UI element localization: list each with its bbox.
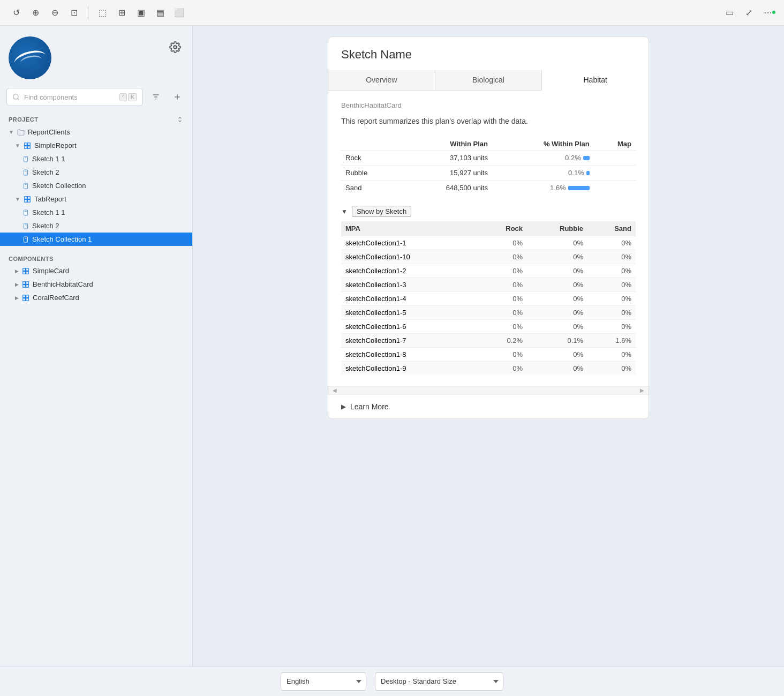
- row-within-plan: 37,103 units: [398, 151, 492, 166]
- sketch-table-row: sketchCollection1-7 0.2% 0.1% 1.6%: [341, 334, 636, 348]
- chevron-right-icon: ▶: [15, 282, 19, 287]
- scroll-right-icon[interactable]: ▶: [640, 387, 644, 393]
- toolbar-table-icon[interactable]: ▤: [153, 5, 168, 20]
- sidebar-item-simplecard[interactable]: ▶ SimpleCard: [0, 264, 192, 278]
- sketch-row-sand: 1.6%: [587, 334, 636, 348]
- panel-title: Sketch Name: [328, 37, 649, 70]
- toolbar-refresh-icon[interactable]: ↺: [9, 5, 24, 20]
- toolbar-zoom-in-icon[interactable]: ⊕: [28, 5, 43, 20]
- svg-rect-9: [27, 143, 30, 145]
- sidebar-item-label: ReportClients: [28, 128, 70, 136]
- sketch-row-rock: 0%: [479, 320, 527, 334]
- row-map: [594, 181, 636, 196]
- sketch-row-sand: 0%: [587, 306, 636, 320]
- section-sort-icon[interactable]: [176, 116, 184, 123]
- sidebar-item-sketch2-tr[interactable]: Sketch 2: [0, 219, 192, 233]
- sketch-row-rubble: 0%: [527, 278, 587, 292]
- toolbar-panel-icon[interactable]: ▭: [722, 5, 737, 20]
- svg-rect-28: [23, 268, 26, 271]
- sketch-row-rock: 0%: [479, 236, 527, 250]
- tab-biological[interactable]: Biological: [435, 70, 542, 90]
- col-map-header: Map: [594, 138, 636, 151]
- sketch-icon: [22, 155, 29, 163]
- shortcut-k: K: [128, 93, 137, 101]
- svg-rect-39: [26, 298, 29, 301]
- chevron-right-icon: ▶: [15, 268, 19, 274]
- sidebar-item-sketch11-tr[interactable]: Sketch 1 1: [0, 206, 192, 219]
- row-name: Rock: [341, 151, 398, 166]
- sidebar-item-label: Sketch 2: [32, 222, 59, 230]
- progress-bar: [583, 156, 590, 160]
- search-box[interactable]: Find components ^ K: [6, 88, 143, 106]
- add-button[interactable]: [169, 88, 186, 106]
- main-panel: Sketch Name Overview Biological Habitat …: [328, 36, 649, 419]
- svg-rect-26: [24, 237, 28, 242]
- toolbar-grid-icon[interactable]: ⊞: [114, 5, 129, 20]
- search-placeholder: Find components: [24, 93, 115, 101]
- sidebar-item-label: BenthicHabitatCard: [33, 280, 93, 288]
- sketch-table-row: sketchCollection1-9 0% 0% 0%: [341, 362, 636, 376]
- tab-overview[interactable]: Overview: [328, 70, 435, 90]
- toolbar-split-icon[interactable]: ⬜: [172, 5, 187, 20]
- sidebar-item-sketchcollection1-tr[interactable]: Sketch Collection 1: [0, 233, 192, 246]
- app-logo: [9, 36, 51, 79]
- tab-habitat[interactable]: Habitat: [542, 70, 649, 91]
- sketch-row-rubble: 0%: [527, 306, 587, 320]
- filter-button[interactable]: [147, 88, 164, 106]
- row-pct: 0.2%: [492, 151, 594, 166]
- sketch-row-mpa: sketchCollection1-6: [341, 320, 479, 334]
- sidebar-item-reportclients[interactable]: ▼ ReportClients: [0, 125, 192, 139]
- learn-more-label: Learn More: [350, 402, 389, 411]
- chevron-down-icon: ▼: [15, 143, 20, 148]
- sketch-row-rubble: 0.1%: [527, 334, 587, 348]
- project-label: PROJECT: [9, 116, 38, 123]
- sketch-table: MPA Rock Rubble Sand sketchCollection1-1…: [341, 221, 636, 375]
- table-row: Rock 37,103 units 0.2%: [341, 151, 636, 166]
- show-by-sketch-label[interactable]: Show by Sketch: [352, 206, 411, 217]
- toolbar-layout-icon[interactable]: ▣: [133, 5, 148, 20]
- svg-rect-32: [23, 281, 26, 284]
- sketch-row-mpa: sketchCollection1-4: [341, 292, 479, 306]
- sidebar-item-sketch11-sr[interactable]: Sketch 1 1: [0, 152, 192, 166]
- sidebar-item-label: Sketch Collection 1: [32, 235, 92, 243]
- sketch-row-rubble: 0%: [527, 250, 587, 264]
- svg-rect-22: [24, 210, 28, 215]
- sidebar-item-sketchcollection1-sr[interactable]: Sketch Collection: [0, 179, 192, 192]
- sketch-row-rubble: 0%: [527, 362, 587, 376]
- sidebar-item-label: CoralReefCard: [33, 294, 79, 302]
- sketch-row-sand: 0%: [587, 236, 636, 250]
- row-name: Sand: [341, 181, 398, 196]
- sidebar-item-tabreport[interactable]: ▼ TabReport: [0, 192, 192, 206]
- sketch-row-rubble: 0%: [527, 236, 587, 250]
- toolbar-expand-icon[interactable]: ⤢: [741, 5, 756, 20]
- sketch-row-mpa: sketchCollection1-7: [341, 334, 479, 348]
- sidebar-item-sketch2-sr[interactable]: Sketch 2: [0, 166, 192, 179]
- sketch-table-row: sketchCollection1-2 0% 0% 0%: [341, 264, 636, 278]
- toolbar-frame-icon[interactable]: ⬚: [95, 5, 110, 20]
- sidebar-item-label: SimpleCard: [33, 267, 69, 275]
- col-pct-header: % Within Plan: [492, 138, 594, 151]
- sketch-icon: [22, 169, 29, 176]
- sidebar-item-coralreefcard[interactable]: ▶ CoralReefCard: [0, 291, 192, 304]
- language-selector[interactable]: English Spanish French: [281, 672, 366, 691]
- toolbar-zoom-out-icon[interactable]: ⊖: [47, 5, 62, 20]
- sketch-table-row: sketchCollection1-3 0% 0% 0%: [341, 278, 636, 292]
- sketch-toggle[interactable]: ▼ Show by Sketch: [341, 206, 636, 217]
- sketch-row-rubble: 0%: [527, 320, 587, 334]
- sketch-row-mpa: sketchCollection1-9: [341, 362, 479, 376]
- learn-more-section[interactable]: ▶ Learn More: [328, 394, 649, 418]
- progress-bar: [568, 186, 590, 190]
- size-selector[interactable]: Desktop - Standard Size Desktop - Large …: [375, 672, 503, 691]
- settings-icon[interactable]: [167, 39, 184, 56]
- sidebar-item-simplereport[interactable]: ▼ SimpleReport: [0, 139, 192, 152]
- sketch-row-rubble: 0%: [527, 264, 587, 278]
- components-section-header: Components: [0, 252, 192, 264]
- row-pct: 0.1%: [492, 166, 594, 181]
- scroll-left-icon[interactable]: ◀: [333, 387, 337, 393]
- sidebar-item-label: TabReport: [34, 195, 66, 203]
- component-icon: [24, 142, 31, 149]
- toolbar-zoom-fit-icon[interactable]: ⊡: [66, 5, 81, 20]
- sidebar-item-benthichabitatcard[interactable]: ▶ BenthicHabitatCard: [0, 278, 192, 291]
- scroll-bar[interactable]: ◀ ▶: [328, 386, 649, 394]
- toolbar-divider-1: [88, 6, 88, 19]
